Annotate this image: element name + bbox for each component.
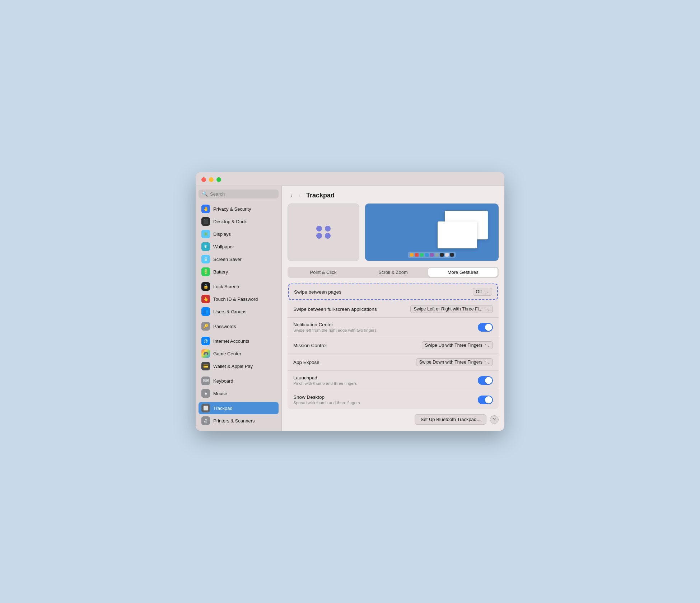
launchpad-control[interactable] [478, 376, 493, 385]
toggle-knob [485, 324, 492, 331]
notification-center-toggle[interactable] [478, 323, 493, 332]
swipe-pages-dropdown[interactable]: Off⌃⌄ [473, 288, 492, 296]
launchpad-label-group: LaunchpadPinch with thumb and three fing… [293, 375, 478, 385]
toggle-knob [485, 377, 492, 384]
internet-accounts-icon: @ [201, 337, 210, 345]
sidebar-item-wallet[interactable]: 💳Wallet & Apple Pay [199, 360, 279, 372]
notification-center-sublabel: Swipe left from the right edge with two … [293, 328, 478, 332]
wallet-label: Wallet & Apple Pay [213, 364, 253, 369]
passwords-label: Passwords [213, 324, 236, 329]
search-icon: 🔍 [202, 191, 208, 197]
dock-bar [408, 252, 456, 258]
sidebar-item-mouse[interactable]: 🖱Mouse [199, 387, 279, 399]
settings-list: Swipe between pagesOff⌃⌄Swipe between fu… [288, 283, 499, 409]
dock-icon [425, 253, 429, 257]
bluetooth-trackpad-button[interactable]: Set Up Bluetooth Trackpad... [415, 414, 486, 425]
tab-point-click[interactable]: Point & Click [289, 268, 358, 277]
sidebar-item-passwords[interactable]: 🔑Passwords [199, 320, 279, 332]
internet-accounts-label: Internet Accounts [213, 338, 249, 344]
sidebar-item-printers-scanners[interactable]: 🖨Printers & Scanners [199, 415, 279, 427]
desktop-preview [365, 204, 499, 261]
displays-icon: ✳️ [201, 230, 210, 238]
toggle-knob [485, 396, 492, 403]
tab-scroll-zoom[interactable]: Scroll & Zoom [359, 268, 428, 277]
search-input[interactable] [210, 191, 275, 197]
tab-more-gestures[interactable]: More Gestures [428, 268, 498, 277]
keyboard-icon: ⌨ [201, 377, 210, 385]
show-desktop-control[interactable] [478, 396, 493, 404]
swipe-pages-label: Swipe between pages [294, 289, 473, 295]
setting-row-app-expose: App ExposéSwipe Down with Three Fingers⌃… [288, 354, 499, 371]
dots-bottom [316, 233, 331, 239]
sidebar-item-users-groups[interactable]: 👥Users & Groups [199, 305, 279, 318]
chevron-icon: ⌃⌄ [483, 290, 489, 294]
mouse-label: Mouse [213, 391, 227, 396]
desktop-preview-panel [365, 204, 499, 261]
dock-icon [420, 253, 424, 257]
sidebar-item-battery[interactable]: 🔋Battery [199, 266, 279, 278]
main-body: Point & ClickScroll & ZoomMore Gestures … [282, 204, 504, 431]
swipe-pages-control[interactable]: Off⌃⌄ [473, 288, 492, 296]
dock-icon [445, 253, 449, 257]
sidebar-item-keyboard[interactable]: ⌨Keyboard [199, 375, 279, 387]
privacy-security-label: Privacy & Security [213, 206, 251, 212]
dots-top [316, 226, 331, 232]
desktop-dock-icon: ⬛ [201, 217, 210, 226]
main-header: ‹ › Trackpad [282, 186, 504, 204]
notification-center-control[interactable] [478, 323, 493, 332]
search-box[interactable]: 🔍 [199, 190, 279, 198]
sidebar-item-touch-id[interactable]: 👆Touch ID & Password [199, 293, 279, 305]
back-button[interactable]: ‹ [289, 191, 294, 200]
launchpad-sublabel: Pinch with thumb and three fingers [293, 381, 478, 385]
users-groups-icon: 👥 [201, 307, 210, 316]
swipe-pages-value: Off [476, 289, 482, 294]
printers-scanners-icon: 🖨 [201, 416, 210, 425]
help-button[interactable]: ? [490, 415, 499, 424]
sidebar-item-privacy-security[interactable]: 🤚Privacy & Security [199, 203, 279, 215]
touch-id-icon: 👆 [201, 295, 210, 303]
setting-row-mission-control: Mission ControlSwipe Up with Three Finge… [288, 337, 499, 354]
privacy-security-icon: 🤚 [201, 205, 210, 213]
dock-icon [435, 253, 439, 257]
dock-icon [450, 253, 454, 257]
show-desktop-toggle[interactable] [478, 396, 493, 404]
sidebar-item-game-center[interactable]: 🎮Game Center [199, 347, 279, 360]
preview-row [288, 204, 499, 261]
sidebar-item-wallpaper[interactable]: ❄Wallpaper [199, 240, 279, 253]
sidebar-item-trackpad[interactable]: ⬜Trackpad [199, 402, 279, 414]
swipe-fullscreen-control[interactable]: Swipe Left or Right with Three Fi...⌃⌄ [410, 305, 493, 313]
settings-window: 🔍 🤚Privacy & Security⬛Desktop & Dock✳️Di… [196, 172, 504, 431]
forward-button[interactable]: › [297, 191, 302, 200]
mission-control-control[interactable]: Swipe Up with Three Fingers⌃⌄ [422, 341, 493, 349]
lock-screen-label: Lock Screen [213, 284, 239, 289]
app-expose-dropdown[interactable]: Swipe Down with Three Fingers⌃⌄ [416, 358, 493, 366]
mission-control-label-group: Mission Control [293, 343, 422, 348]
mission-control-label: Mission Control [293, 343, 422, 348]
swipe-pages-label-group: Swipe between pages [294, 289, 473, 295]
launchpad-label: Launchpad [293, 375, 478, 380]
wallet-icon: 💳 [201, 362, 210, 370]
dot [316, 226, 322, 232]
page-title: Trackpad [306, 192, 335, 199]
displays-label: Displays [213, 232, 231, 237]
sidebar-item-desktop-dock[interactable]: ⬛Desktop & Dock [199, 215, 279, 228]
footer-row: Set Up Bluetooth Trackpad... ? [288, 414, 499, 425]
notification-center-label: Notification Center [293, 322, 478, 327]
maximize-button[interactable] [216, 177, 221, 182]
sidebar-item-internet-accounts[interactable]: @Internet Accounts [199, 335, 279, 347]
minimize-button[interactable] [209, 177, 214, 182]
mission-control-dropdown[interactable]: Swipe Up with Three Fingers⌃⌄ [422, 341, 493, 349]
dock-icon [440, 253, 444, 257]
app-expose-control[interactable]: Swipe Down with Three Fingers⌃⌄ [416, 358, 493, 366]
sidebar-item-displays[interactable]: ✳️Displays [199, 228, 279, 240]
sidebar-item-lock-screen[interactable]: 🔒Lock Screen [199, 280, 279, 293]
sidebar-item-screen-saver[interactable]: 🖥Screen Saver [199, 253, 279, 265]
preview-window-2 [438, 221, 477, 248]
launchpad-toggle[interactable] [478, 376, 493, 385]
app-expose-label: App Exposé [293, 360, 416, 365]
game-center-label: Game Center [213, 351, 241, 356]
swipe-fullscreen-dropdown[interactable]: Swipe Left or Right with Three Fi...⌃⌄ [410, 305, 493, 313]
chevron-icon: ⌃⌄ [484, 360, 490, 364]
chevron-icon: ⌃⌄ [484, 307, 490, 311]
close-button[interactable] [201, 177, 206, 182]
